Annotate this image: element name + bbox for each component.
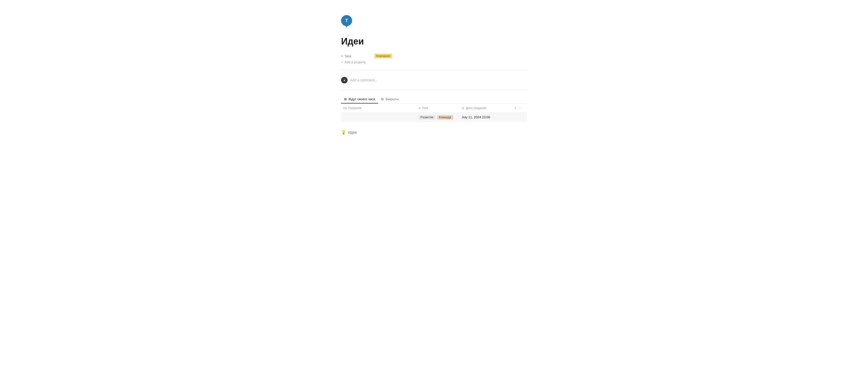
cell-date: July 11, 2024 23:00 bbox=[460, 114, 513, 121]
tab-closed-label: Закрыты bbox=[385, 97, 399, 101]
company-tag-badge[interactable]: Компания bbox=[374, 54, 392, 58]
table: Aa Название ≡ Теги ⊙ Дата создания + ··· bbox=[341, 103, 527, 122]
add-property-label: Add a property bbox=[345, 60, 366, 64]
breadcrumb-icon: 💡 bbox=[341, 130, 346, 135]
add-property-plus-icon: + bbox=[341, 60, 343, 64]
tab-waiting-label: Ждут своего часа bbox=[348, 97, 375, 101]
cell-date-value: July 11, 2024 23:00 bbox=[462, 115, 490, 119]
tags-label: ≡ Теги bbox=[341, 54, 371, 58]
header-date-label: Дата создания bbox=[466, 106, 486, 110]
header-date-icon: ⊙ bbox=[462, 106, 464, 110]
tabs-row: ⊞ Ждут своего часа ⊞ Закрыты bbox=[341, 95, 527, 103]
tab-closed[interactable]: ⊞ Закрыты bbox=[378, 95, 402, 103]
comment-placeholder[interactable]: Add a comment... bbox=[350, 78, 378, 82]
tab-closed-icon: ⊞ bbox=[381, 97, 384, 101]
cell-actions bbox=[513, 116, 527, 119]
avatar-icon: ● bbox=[343, 79, 345, 82]
table-header: Aa Название ≡ Теги ⊙ Дата создания + ··· bbox=[341, 103, 527, 113]
header-date: ⊙ Дата создания bbox=[460, 105, 513, 111]
page-title: Идеи bbox=[341, 36, 527, 47]
cell-tags: Развитие Команда bbox=[416, 114, 460, 121]
header-tags-label: Теги bbox=[422, 106, 428, 110]
tag-team-badge[interactable]: Команда bbox=[437, 115, 453, 120]
tabs-section: ⊞ Ждут своего часа ⊞ Закрыты Aa Название… bbox=[341, 95, 527, 122]
tags-label-text: Теги bbox=[345, 54, 351, 58]
header-name: Aa Название bbox=[341, 105, 416, 111]
tags-icon: ≡ bbox=[341, 54, 343, 58]
tag-development-badge[interactable]: Развитие bbox=[418, 115, 435, 120]
comment-avatar: ● bbox=[341, 77, 348, 83]
logo-letter: T bbox=[345, 18, 348, 23]
tab-waiting[interactable]: ⊞ Ждут своего часа bbox=[341, 95, 378, 103]
breadcrumb-section: 💡 Идеи bbox=[341, 130, 527, 135]
header-actions: + ··· bbox=[513, 105, 527, 111]
cell-name[interactable] bbox=[341, 116, 416, 119]
header-tags: ≡ Теги bbox=[416, 105, 460, 111]
properties-section: ≡ Теги Компания + Add a property bbox=[341, 53, 527, 65]
tags-property-row: ≡ Теги Компания bbox=[341, 53, 527, 59]
comment-area[interactable]: ● Add a comment... bbox=[341, 74, 527, 86]
header-name-icon: Aa bbox=[343, 106, 347, 110]
logo-area: T bbox=[341, 15, 527, 26]
app-logo-icon: T bbox=[341, 15, 352, 26]
table-row[interactable]: Развитие Команда July 11, 2024 23:00 bbox=[341, 113, 527, 122]
header-tags-icon: ≡ bbox=[418, 106, 421, 110]
add-property-row[interactable]: + Add a property bbox=[341, 59, 527, 65]
divider-1 bbox=[341, 70, 527, 70]
header-name-label: Название bbox=[348, 106, 362, 110]
tab-waiting-icon: ⊞ bbox=[344, 97, 347, 101]
divider-2 bbox=[341, 90, 527, 90]
column-options-button[interactable]: ··· bbox=[518, 106, 521, 110]
breadcrumb-label: Идеи bbox=[348, 130, 356, 134]
add-column-button[interactable]: + bbox=[515, 106, 516, 110]
page-container: T Идеи ≡ Теги Компания + Add a property … bbox=[321, 0, 547, 155]
